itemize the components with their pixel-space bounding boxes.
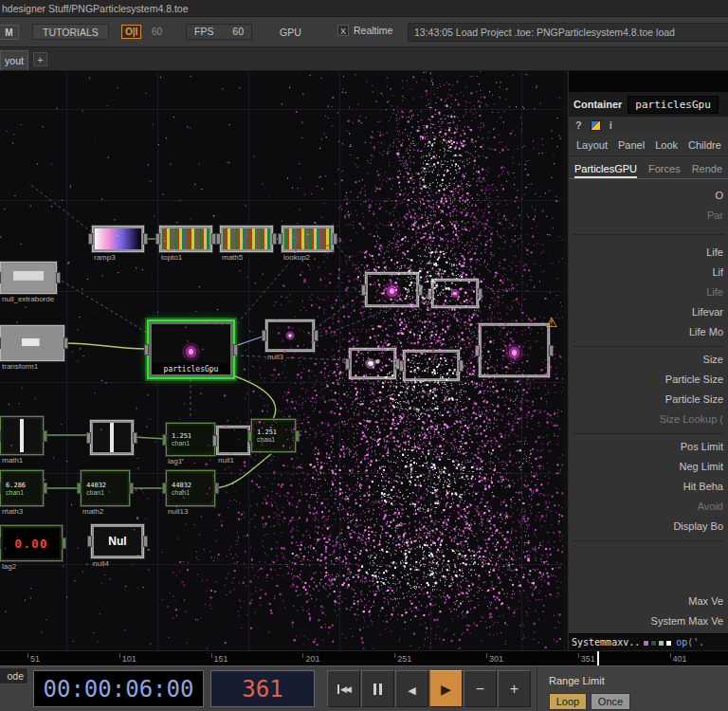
- node-top-d[interactable]: [403, 350, 460, 381]
- container-name-field[interactable]: particlesGpu: [628, 96, 718, 114]
- color-swatch: [665, 640, 672, 647]
- node-thumbnail: [482, 326, 547, 374]
- tab-look[interactable]: Look: [655, 139, 678, 151]
- frame-display[interactable]: 361: [210, 670, 315, 707]
- node-label: lag1: [166, 457, 184, 466]
- param-label[interactable]: Max Ve: [569, 592, 728, 611]
- fps-label: FPS: [194, 25, 213, 39]
- decrement-frame-button[interactable]: [464, 670, 497, 707]
- python-icon[interactable]: [591, 120, 601, 131]
- ruler-tick: 51: [30, 651, 40, 666]
- fps-indicator[interactable]: FPS 60: [186, 24, 252, 40]
- help-icon[interactable]: ?: [575, 119, 582, 131]
- node-null1[interactable]: null1: [216, 426, 250, 455]
- ruler-tick: 301: [489, 651, 503, 666]
- node-transform1[interactable]: transform1: [0, 325, 64, 361]
- node-thumbnail: [368, 275, 416, 304]
- param-label[interactable]: System Max Ve: [569, 611, 728, 631]
- param-label[interactable]: O: [569, 186, 728, 206]
- node-null_extraborde[interactable]: null_extraborde: [0, 262, 57, 294]
- param-page-particlesgpu[interactable]: ParticlesGPU: [574, 163, 637, 178]
- menu-button-m[interactable]: M: [0, 25, 19, 40]
- ruler-tick: 151: [214, 651, 228, 666]
- gpu-indicator[interactable]: GPU: [280, 27, 301, 38]
- param-label[interactable]: Size Lookup (: [569, 410, 728, 429]
- param-page-rende[interactable]: Rende: [692, 163, 722, 178]
- minus-icon: [476, 681, 484, 698]
- node-lag1[interactable]: 1.251chan1lag1: [166, 423, 215, 456]
- node-null4[interactable]: Nulnull4: [91, 524, 144, 558]
- param-label[interactable]: Avoid: [569, 497, 728, 517]
- node-top-c[interactable]: [349, 348, 396, 379]
- once-button[interactable]: Once: [591, 693, 630, 710]
- node-label: null13: [166, 507, 190, 517]
- jump-to-start-button[interactable]: [327, 670, 360, 707]
- output-toggle[interactable]: O|I: [121, 25, 141, 39]
- node-lookup2[interactable]: lookup2: [282, 226, 334, 252]
- add-tab-button[interactable]: +: [33, 52, 47, 66]
- realtime-toggle[interactable]: X Realtime: [337, 25, 392, 36]
- step-back-button[interactable]: [395, 670, 428, 707]
- mode-selector[interactable]: ode: [0, 667, 28, 684]
- node-null3[interactable]: null3: [265, 319, 315, 352]
- touchdesigner-window: hdesigner Stuff/PNGParticlesystem4.8.toe…: [0, 0, 728, 711]
- node-math3[interactable]: 6.286chan1math3: [0, 470, 44, 506]
- node-top-b[interactable]: [431, 279, 479, 308]
- node-thumbnail: [95, 228, 141, 249]
- param-label[interactable]: Particle Size: [569, 370, 728, 390]
- network-editor[interactable]: ramp3topto1math5lookup2null_extrabordetr…: [0, 71, 563, 650]
- node-layer: ramp3topto1math5lookup2null_extrabordetr…: [0, 71, 563, 650]
- expression-code[interactable]: op('.: [676, 637, 704, 647]
- tutorials-button[interactable]: TUTORIALS: [32, 24, 109, 40]
- tab-panel[interactable]: Panel: [618, 139, 645, 151]
- param-label[interactable]: Life: [569, 243, 728, 263]
- node-particlesGpu[interactable]: particlesGpu: [147, 319, 235, 379]
- param-label[interactable]: Neg Limit: [569, 457, 728, 477]
- node-topto1[interactable]: topto1: [159, 226, 212, 252]
- param-label[interactable]: Lif: [569, 263, 728, 283]
- tab-layout[interactable]: Layout: [576, 139, 608, 151]
- play-button[interactable]: [429, 670, 463, 707]
- param-label[interactable]: Particle Size: [569, 390, 728, 410]
- param-label[interactable]: Par: [569, 206, 728, 226]
- info-icon[interactable]: i: [610, 119, 612, 131]
- node-top-a[interactable]: [365, 272, 419, 307]
- node-thumbnail: [219, 428, 247, 452]
- warning-icon[interactable]: ⚠: [545, 316, 557, 329]
- node-math1[interactable]: math1: [0, 416, 44, 455]
- param-page-forces[interactable]: Forces: [648, 163, 681, 178]
- timeline-ruler[interactable]: 51101151201251301351401: [0, 650, 728, 665]
- node-top-e[interactable]: ⚠: [479, 323, 550, 377]
- param-label[interactable]: Display Bo: [569, 517, 728, 537]
- window-title-bar: hdesigner Stuff/PNGParticlesystem4.8.toe: [0, 0, 728, 17]
- play-icon: [441, 681, 451, 698]
- pause-button[interactable]: [361, 670, 394, 707]
- node-thumbnail: [268, 322, 312, 349]
- param-label[interactable]: Lifevar: [569, 302, 728, 322]
- loop-button[interactable]: Loop: [549, 693, 587, 710]
- node-null13[interactable]: 44032chan1null13: [166, 470, 215, 506]
- tab-childre[interactable]: Childre: [688, 139, 721, 151]
- node-math2[interactable]: 44032chan1math2: [81, 470, 130, 506]
- node-thumbnail: [406, 353, 457, 378]
- increment-frame-button[interactable]: [498, 670, 531, 707]
- node-thumbnail: [3, 264, 54, 291]
- realtime-checkbox-icon[interactable]: X: [337, 25, 349, 36]
- node-math5[interactable]: math5: [220, 226, 273, 252]
- param-label[interactable]: Hit Beha: [569, 477, 728, 497]
- layout-tab[interactable]: yout: [0, 50, 28, 70]
- realtime-label: Realtime: [354, 25, 392, 36]
- param-label[interactable]: Pos Limit: [569, 437, 728, 457]
- expression-footer: Systemmaxv.. op('.: [569, 633, 728, 650]
- node-label: math2: [81, 507, 105, 517]
- playhead-marker[interactable]: [597, 651, 599, 666]
- param-label[interactable]: Size: [569, 350, 728, 370]
- param-label[interactable]: Life Mo: [569, 322, 728, 342]
- node-chop-a[interactable]: 1.251chan1: [251, 419, 296, 452]
- panel-header: Container particlesGpu: [569, 92, 728, 117]
- node-lag2[interactable]: 0.00lag2: [0, 525, 63, 561]
- node-ramp3[interactable]: ramp3: [92, 226, 144, 252]
- node-thumbnail: [3, 419, 41, 452]
- node-select1[interactable]: [90, 420, 134, 455]
- param-label[interactable]: Life: [569, 283, 728, 302]
